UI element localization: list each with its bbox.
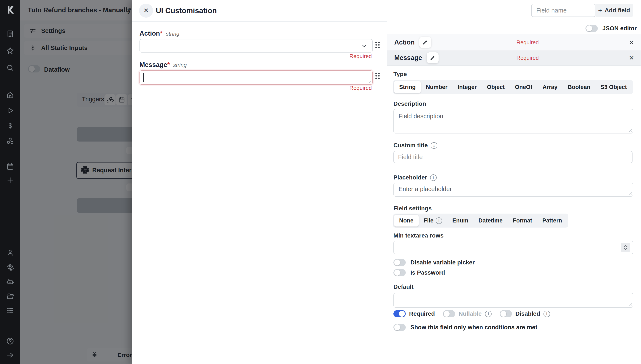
ui-customisation-modal: ✕ UI Customisation + Add field Action* s…: [132, 0, 641, 364]
field-row-action[interactable]: Action Required ✕: [387, 34, 640, 51]
type-option-string[interactable]: String: [394, 81, 421, 93]
disable-variable-picker-toggle[interactable]: [393, 259, 406, 266]
type-option-s3object[interactable]: S3 Object: [595, 81, 632, 93]
required-flag-label: Required: [409, 310, 435, 317]
placeholder-textarea[interactable]: [394, 183, 633, 196]
toggle-knob: [394, 324, 400, 330]
field-setting-datetime[interactable]: Datetime: [473, 215, 508, 226]
cubes-icon: [6, 137, 15, 145]
type-option-integer[interactable]: Integer: [453, 81, 482, 93]
field-settings-selector: None Filei Enum Datetime Format Pattern: [393, 214, 568, 228]
json-editor-toggle[interactable]: [585, 25, 598, 32]
info-icon[interactable]: i: [436, 218, 442, 224]
drag-dots-icon: [374, 72, 381, 80]
nullable-flag-label: Nullable: [458, 310, 482, 317]
is-password-toggle[interactable]: [393, 269, 406, 276]
field-row-required-badge: Required: [493, 39, 562, 46]
action-drag-handle[interactable]: [374, 41, 381, 49]
arrow-right-icon: [6, 351, 15, 359]
sidebar-home-button[interactable]: [6, 91, 15, 99]
option-label: Boolean: [568, 84, 590, 90]
sidebar-billing-button[interactable]: [6, 122, 15, 130]
field-setting-format[interactable]: Format: [508, 215, 537, 226]
field-setting-file[interactable]: Filei: [419, 215, 447, 226]
info-icon[interactable]: i: [543, 310, 550, 317]
home-icon: [6, 91, 15, 99]
edit-field-button[interactable]: [427, 52, 439, 63]
close-icon: ✕: [143, 7, 149, 14]
custom-title-input[interactable]: [393, 151, 632, 163]
message-textarea[interactable]: [140, 70, 373, 85]
field-row-message[interactable]: Message Required ✕: [387, 50, 640, 66]
modal-close-button[interactable]: ✕: [139, 4, 153, 18]
sidebar-building-button[interactable]: [6, 30, 15, 38]
field-setting-enum[interactable]: Enum: [447, 215, 473, 226]
sidebar-settings-button[interactable]: [6, 263, 15, 272]
sidebar-blueprints-button[interactable]: [6, 137, 15, 145]
chevron-down-icon: [623, 248, 628, 250]
option-label: S3 Object: [600, 84, 627, 90]
sidebar-star-button[interactable]: [6, 46, 15, 55]
required-asterisk: *: [167, 61, 170, 69]
sidebar-users-button[interactable]: [6, 248, 15, 257]
option-label: Object: [487, 84, 505, 90]
add-field-button[interactable]: + Add field: [595, 4, 633, 17]
action-select[interactable]: [140, 39, 373, 52]
min-textarea-rows-input[interactable]: [393, 241, 633, 254]
option-label: Number: [426, 84, 447, 90]
option-label: OneOf: [515, 84, 532, 90]
sidebar-calendar-button[interactable]: [6, 162, 15, 171]
remove-field-button[interactable]: ✕: [628, 38, 635, 48]
nullable-toggle[interactable]: [443, 310, 455, 318]
message-drag-handle[interactable]: [374, 72, 381, 80]
required-asterisk: *: [160, 30, 162, 37]
sidebar-add-button[interactable]: [6, 176, 15, 184]
condition-toggle-label: Show this field only when conditions are…: [410, 324, 537, 331]
label-text: Placeholder: [393, 174, 427, 181]
placeholder-field-wrap: [393, 183, 633, 196]
info-icon[interactable]: i: [430, 174, 437, 181]
help-circle-icon: [6, 337, 15, 345]
sidebar-collapse-button[interactable]: [6, 351, 15, 359]
description-textarea[interactable]: [394, 109, 633, 133]
type-option-boolean[interactable]: Boolean: [562, 81, 595, 93]
required-toggle[interactable]: [393, 310, 406, 318]
condition-toggle[interactable]: [393, 324, 406, 331]
field-setting-pattern[interactable]: Pattern: [537, 215, 567, 226]
number-stepper[interactable]: [621, 243, 630, 252]
list-icon: [6, 306, 15, 315]
default-textarea[interactable]: [394, 293, 633, 307]
modal-backdrop-overlay[interactable]: [20, 0, 132, 364]
edit-field-button[interactable]: [419, 37, 431, 48]
disable-variable-picker-label: Disable variable picker: [410, 259, 475, 266]
sidebar-ai-button[interactable]: [6, 278, 15, 286]
sidebar-executions-button[interactable]: [6, 106, 15, 115]
type-option-oneof[interactable]: OneOf: [510, 81, 537, 93]
toggle-knob: [399, 311, 405, 317]
option-label: Enum: [452, 218, 468, 224]
toggle-knob: [500, 311, 506, 317]
option-label: None: [399, 218, 414, 224]
action-field-label: Action* string: [140, 30, 179, 37]
toggle-knob: [586, 26, 592, 31]
disabled-toggle[interactable]: [500, 310, 512, 318]
sidebar-help-button[interactable]: [6, 337, 15, 345]
message-required-text: Required: [140, 85, 372, 91]
sidebar-logs-button[interactable]: [6, 306, 15, 315]
info-icon[interactable]: i: [485, 310, 491, 317]
remove-field-button[interactable]: ✕: [628, 53, 635, 63]
field-name-input[interactable]: [531, 4, 596, 17]
sidebar-search-button[interactable]: [6, 64, 15, 72]
plus-icon: [6, 176, 15, 184]
resize-handle[interactable]: [368, 80, 371, 83]
sidebar-files-button[interactable]: [6, 292, 15, 300]
type-option-number[interactable]: Number: [421, 81, 453, 93]
type-option-array[interactable]: Array: [537, 81, 563, 93]
info-icon[interactable]: i: [431, 142, 437, 149]
message-field-label: Message* string: [140, 61, 187, 69]
kestra-logo-icon[interactable]: [5, 5, 15, 15]
option-label: Datetime: [478, 218, 503, 224]
close-icon: ✕: [629, 39, 634, 46]
field-setting-none[interactable]: None: [394, 215, 419, 226]
type-option-object[interactable]: Object: [482, 81, 510, 93]
